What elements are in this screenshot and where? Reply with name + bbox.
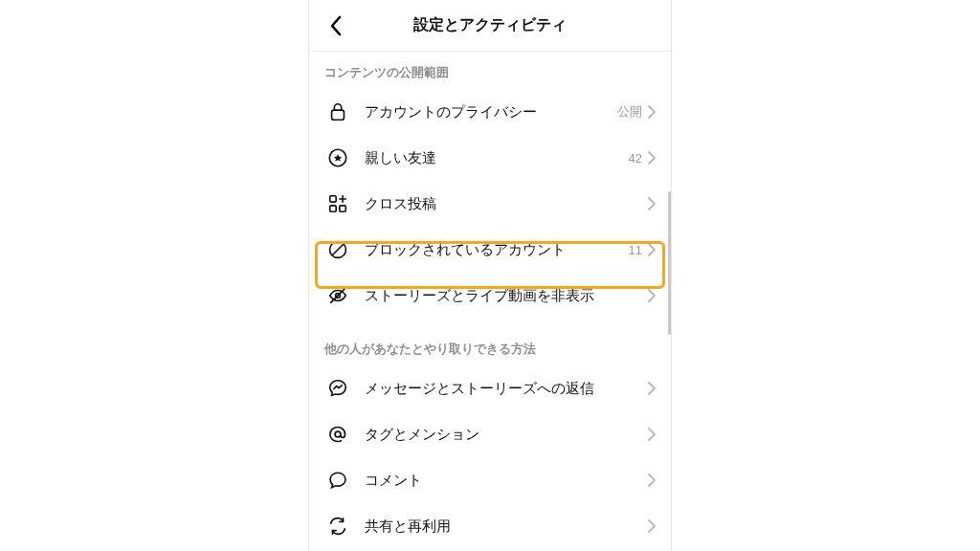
- chevron-right-icon: [648, 382, 656, 395]
- row-label: メッセージとストーリーズへの返信: [365, 380, 648, 398]
- chevron-right-icon: [648, 289, 656, 302]
- settings-screen: 設定とアクティビティ コンテンツの公開範囲 アカウントのプライバシー 公開 親し…: [308, 0, 672, 551]
- at-icon: [324, 421, 351, 448]
- svg-rect-3: [330, 206, 336, 211]
- scrollbar[interactable]: [668, 191, 671, 335]
- chevron-left-icon: [329, 15, 343, 36]
- row-value: 公開: [617, 103, 642, 121]
- row-share[interactable]: 共有と再利用: [309, 503, 671, 549]
- row-account-privacy[interactable]: アカウントのプライバシー 公開: [309, 89, 671, 135]
- row-close-friends[interactable]: 親しい友達 42: [309, 135, 671, 181]
- svg-rect-4: [340, 206, 345, 211]
- chevron-right-icon: [648, 243, 656, 256]
- section-header-interaction: 他の人があなたとやり取りできる方法: [309, 328, 671, 365]
- row-cross-post[interactable]: クロス投稿: [309, 181, 671, 227]
- comment-icon: [324, 467, 351, 494]
- svg-line-6: [332, 244, 344, 255]
- chevron-right-icon: [648, 105, 656, 119]
- page-title: 設定とアクティビティ: [413, 15, 567, 35]
- chevron-right-icon: [648, 474, 656, 487]
- blocked-icon: [324, 236, 351, 263]
- chevron-right-icon: [648, 197, 656, 210]
- messenger-icon: [324, 375, 351, 402]
- row-value: 42: [629, 151, 642, 165]
- chevron-right-icon: [648, 519, 656, 533]
- header-bar: 設定とアクティビティ: [309, 0, 671, 52]
- row-label: ストーリーズとライブ動画を非表示: [365, 287, 648, 305]
- svg-rect-0: [332, 110, 345, 120]
- chevron-right-icon: [648, 151, 656, 165]
- svg-rect-2: [330, 196, 336, 202]
- row-tags[interactable]: タグとメンション: [309, 411, 671, 457]
- chevron-right-icon: [648, 428, 656, 441]
- row-label: 共有と再利用: [365, 518, 648, 536]
- row-blocked-accounts[interactable]: ブロックされているアカウント 11: [309, 227, 671, 273]
- row-label: コメント: [365, 472, 648, 490]
- row-label: アカウントのプライバシー: [365, 103, 617, 121]
- svg-point-9: [335, 431, 341, 437]
- row-label: 親しい友達: [365, 149, 629, 167]
- section-header-content-visibility: コンテンツの公開範囲: [309, 52, 671, 89]
- row-messages[interactable]: メッセージとストーリーズへの返信: [309, 365, 671, 411]
- row-label: タグとメンション: [365, 426, 648, 444]
- section-divider: [309, 319, 671, 328]
- row-comments[interactable]: コメント: [309, 457, 671, 503]
- row-hide-story[interactable]: ストーリーズとライブ動画を非表示: [309, 273, 671, 319]
- eye-off-icon: [324, 282, 351, 309]
- row-label: ブロックされているアカウント: [365, 241, 629, 259]
- lock-icon: [324, 99, 351, 125]
- star-circle-icon: [324, 144, 351, 171]
- grid-plus-icon: [324, 190, 351, 217]
- row-label: クロス投稿: [365, 195, 648, 213]
- back-button[interactable]: [317, 0, 355, 52]
- row-value: 11: [629, 243, 642, 257]
- repost-icon: [324, 513, 351, 540]
